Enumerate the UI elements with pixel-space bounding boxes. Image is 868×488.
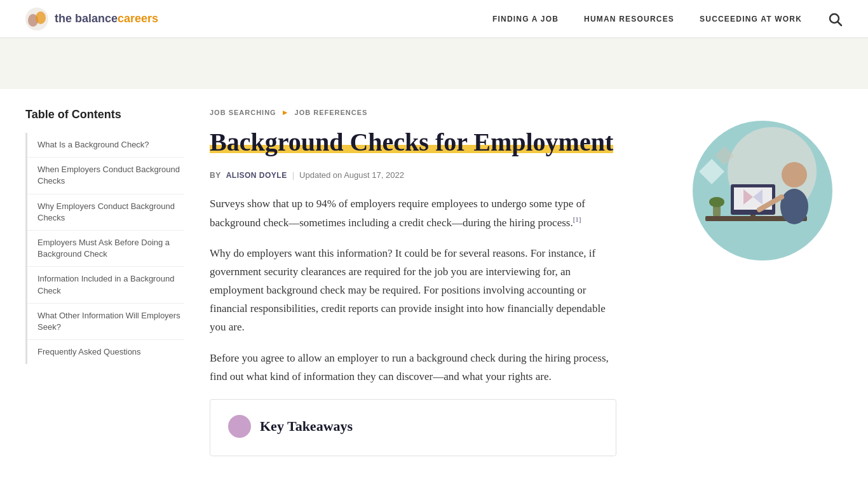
toc-link-2[interactable]: When Employers Conduct Background Checks: [37, 164, 184, 187]
svg-point-2: [36, 11, 46, 24]
author-separator: |: [292, 170, 294, 180]
sidebar: Table of Contents What Is a Background C…: [0, 89, 197, 383]
nav-succeeding-at-work[interactable]: SUCCEEDING AT WORK: [700, 15, 802, 24]
toc-item-4: Employers Must Ask Before Doing a Backgr…: [27, 231, 184, 267]
breadcrumb-current: JOB REFERENCES: [295, 109, 368, 116]
author-line: BY ALISON DOYLE | Updated on August 17, …: [210, 170, 616, 180]
toc-title: Table of Contents: [25, 108, 184, 121]
toc-item-7: Frequently Asked Questions: [27, 340, 184, 364]
footnote-1: [1]: [573, 215, 581, 223]
search-button[interactable]: [827, 11, 843, 27]
logo[interactable]: the balancecareers: [25, 8, 158, 30]
toc-item-5: Information Included in a Background Che…: [27, 267, 184, 303]
illustration-svg: [654, 121, 832, 261]
toc-item-3: Why Employers Conduct Background Checks: [27, 194, 184, 231]
svg-line-4: [838, 22, 842, 25]
author-link[interactable]: ALISON DOYLE: [226, 171, 287, 180]
ad-banner: [0, 38, 868, 89]
toc-item-1: What Is a Background Check?: [27, 133, 184, 158]
svg-point-19: [709, 197, 724, 207]
illustration-wrapper: [654, 121, 832, 248]
article-title-wrapper: Background Checks for Employment: [210, 127, 616, 158]
toc-link-7[interactable]: Frequently Asked Questions: [37, 346, 184, 358]
logo-icon: [25, 8, 48, 30]
key-takeaways-box: Key Takeaways: [210, 399, 616, 456]
svg-rect-12: [750, 215, 756, 220]
svg-point-13: [782, 162, 807, 187]
toc-item-6: What Other Information Will Employers Se…: [27, 304, 184, 340]
svg-point-14: [780, 189, 808, 224]
breadcrumb: JOB SEARCHING ► JOB REFERENCES: [210, 108, 616, 117]
nav-human-resources[interactable]: HUMAN RESOURCES: [584, 15, 674, 24]
article-main: JOB SEARCHING ► JOB REFERENCES Backgroun…: [197, 89, 642, 475]
article-title: Background Checks for Employment: [210, 128, 613, 156]
by-label: BY: [210, 171, 221, 180]
nav-finding-a-job[interactable]: FINDING A JOB: [492, 15, 559, 24]
breadcrumb-parent-link[interactable]: JOB SEARCHING: [210, 109, 276, 116]
updated-date: Updated on August 17, 2022: [299, 170, 404, 180]
article-body: Surveys show that up to 94% of employers…: [210, 195, 616, 456]
site-header: the balancecareers FINDING A JOB HUMAN R…: [0, 0, 868, 38]
article-illustration: [642, 89, 845, 475]
toc-link-5[interactable]: Information Included in a Background Che…: [37, 273, 184, 296]
logo-text: the balancecareers: [55, 12, 158, 25]
main-container: Table of Contents What Is a Background C…: [0, 89, 868, 475]
toc-link-4[interactable]: Employers Must Ask Before Doing a Backgr…: [37, 237, 184, 260]
paragraph-2: Why do employers want this information? …: [210, 245, 616, 336]
takeaways-title: Key Takeaways: [260, 418, 353, 435]
main-nav: FINDING A JOB HUMAN RESOURCES SUCCEEDING…: [492, 11, 843, 27]
toc-item-2: When Employers Conduct Background Checks: [27, 158, 184, 194]
toc-link-6[interactable]: What Other Information Will Employers Se…: [37, 310, 184, 333]
takeaways-icon: [228, 415, 251, 438]
paragraph-3: Before you agree to allow an employer to…: [210, 349, 616, 386]
paragraph-1: Surveys show that up to 94% of employers…: [210, 195, 616, 232]
toc-list: What Is a Background Check? When Employe…: [25, 133, 184, 364]
toc-link-3[interactable]: Why Employers Conduct Background Checks: [37, 201, 184, 224]
takeaways-header: Key Takeaways: [228, 415, 598, 438]
breadcrumb-separator: ►: [281, 108, 290, 117]
toc-link-1[interactable]: What Is a Background Check?: [37, 139, 184, 151]
